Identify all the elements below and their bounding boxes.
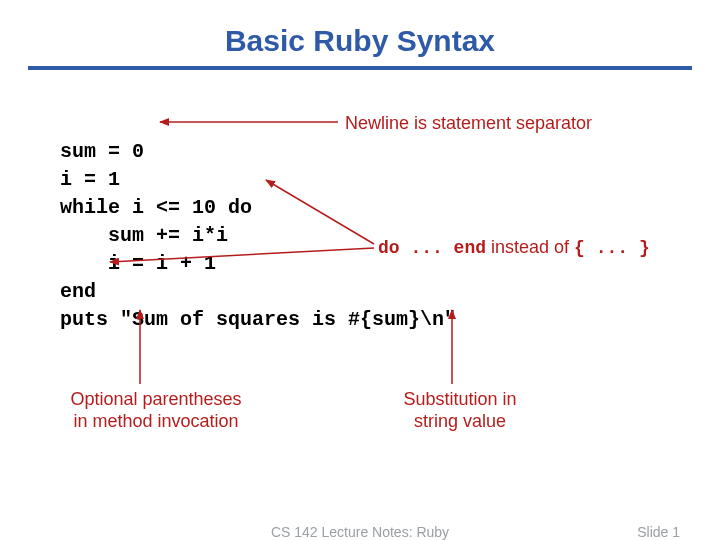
title-underline <box>28 66 692 70</box>
annotation-optional-paren-l1: Optional parentheses <box>70 389 241 409</box>
code-block: sum = 0 i = 1 while i <= 10 do sum += i*… <box>60 110 456 334</box>
code-line-7: puts "Sum of squares is #{sum}\n" <box>60 308 456 331</box>
code-line-6: end <box>60 280 96 303</box>
annotation-do-end-code1: do ... end <box>378 238 486 258</box>
annotation-substitution: Substitution in string value <box>370 388 550 432</box>
code-line-1: sum = 0 <box>60 140 144 163</box>
annotation-optional-paren: Optional parentheses in method invocatio… <box>46 388 266 432</box>
annotation-newline: Newline is statement separator <box>345 112 592 134</box>
annotation-substitution-l1: Substitution in <box>403 389 516 409</box>
code-line-5: i = i + 1 <box>60 252 216 275</box>
footer-slide-number: Slide 1 <box>637 524 680 540</box>
annotation-substitution-l2: string value <box>414 411 506 431</box>
annotation-do-end-mid: instead of <box>486 237 574 257</box>
code-line-3: while i <= 10 do <box>60 196 252 219</box>
slide-title: Basic Ruby Syntax <box>0 0 720 66</box>
code-line-4: sum += i*i <box>60 224 228 247</box>
code-line-2: i = 1 <box>60 168 120 191</box>
annotation-optional-paren-l2: in method invocation <box>73 411 238 431</box>
annotation-do-end: do ... end instead of { ... } <box>378 236 650 259</box>
annotation-do-end-code2: { ... } <box>574 238 650 258</box>
footer-center-text: CS 142 Lecture Notes: Ruby <box>0 524 720 540</box>
